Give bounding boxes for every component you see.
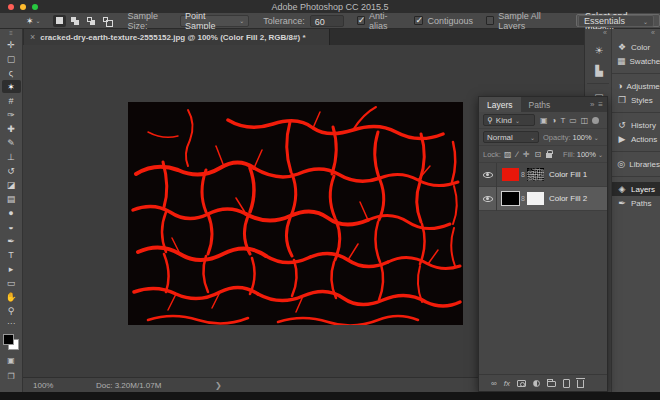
layer-name[interactable]: Color Fill 1: [549, 170, 587, 179]
dock-item-label: Adjustme...: [626, 82, 660, 91]
layer-mask-thumbnail[interactable]: [527, 168, 544, 181]
intersect-selection-icon: [103, 17, 108, 22]
brush-tool[interactable]: ✎: [2, 136, 21, 149]
layer-color-thumbnail[interactable]: [502, 168, 519, 181]
blend-mode-dropdown[interactable]: Normal ⌄: [483, 131, 539, 143]
anti-alias-checkbox[interactable]: Anti-alias: [357, 11, 402, 31]
opacity-value[interactable]: 100%⌄: [573, 133, 599, 142]
document-tab[interactable]: × cracked-dry-earth-texture-2555152.jpg …: [24, 29, 330, 45]
workspace-dropdown[interactable]: Essentials ⌄: [578, 15, 654, 27]
sample-all-layers-checkbox[interactable]: Sample All Layers: [486, 11, 562, 31]
dock-item-color[interactable]: ❖Color: [612, 40, 660, 54]
close-tab-icon[interactable]: ×: [30, 32, 35, 42]
dock-item-actions[interactable]: ▶Actions: [612, 132, 660, 146]
dock-item-label: Layers: [631, 185, 655, 194]
foreground-color-swatch[interactable]: [3, 334, 14, 345]
lock-pixels-icon[interactable]: ∕: [517, 150, 518, 159]
paths-icon: ✒: [617, 198, 627, 208]
filter-type-layers-icon[interactable]: T: [560, 116, 565, 125]
filter-shape-layers-icon[interactable]: ▭: [569, 116, 577, 125]
dock-item-adjustments[interactable]: ◑Adjustme...: [612, 79, 660, 93]
new-adjustment-layer-icon[interactable]: [533, 380, 540, 387]
visibility-cell[interactable]: [479, 187, 497, 211]
new-selection-button[interactable]: [53, 15, 66, 27]
link-layers-icon[interactable]: ∞: [491, 379, 497, 388]
filter-smart-object-icon[interactable]: ◫: [581, 116, 589, 125]
dock-item-libraries[interactable]: ◎Libraries: [612, 157, 660, 171]
visibility-cell[interactable]: [479, 163, 497, 187]
shape-tool[interactable]: ▭: [2, 276, 21, 289]
type-tool[interactable]: T: [2, 248, 21, 261]
dock-item-history[interactable]: ↺History: [612, 118, 660, 132]
tolerance-input[interactable]: 60: [310, 15, 344, 27]
dock-item-swatches[interactable]: ▦Swatches: [612, 54, 660, 68]
panel-menu-icon[interactable]: ≡: [598, 100, 603, 109]
zoom-level-field[interactable]: 100%: [33, 381, 53, 390]
histogram-icon[interactable]: ▙: [585, 60, 613, 80]
layer-name[interactable]: Color Fill 2: [549, 194, 587, 203]
path-selection-tool[interactable]: ▸: [2, 262, 21, 275]
lock-all-icon[interactable]: [546, 153, 552, 158]
status-menu-chevron-icon[interactable]: ❯: [215, 381, 222, 390]
filter-pixel-layers-icon[interactable]: ▣: [540, 116, 548, 125]
color-swatches: [3, 334, 19, 350]
layer-effects-icon[interactable]: fx: [504, 379, 510, 388]
gradient-tool[interactable]: ▤: [2, 192, 21, 205]
crop-tool[interactable]: #: [2, 94, 21, 107]
healing-brush-tool[interactable]: ✚: [2, 122, 21, 135]
checkbox-box: [486, 16, 494, 25]
dodge-tool[interactable]: ◒: [2, 220, 21, 233]
layer-mask-thumbnail[interactable]: [527, 192, 544, 205]
expand-strip-icon[interactable]: «: [585, 29, 611, 40]
lock-transparency-icon[interactable]: ▨: [504, 150, 512, 159]
eraser-tool[interactable]: ◪: [2, 178, 21, 191]
hand-tool[interactable]: ✋: [2, 290, 21, 303]
new-group-icon[interactable]: [547, 381, 556, 387]
move-tool[interactable]: ✛: [2, 38, 21, 51]
blur-tool[interactable]: ●: [2, 206, 21, 219]
delete-layer-icon[interactable]: [577, 380, 584, 388]
add-to-selection-button[interactable]: [69, 15, 82, 27]
dock-item-styles[interactable]: ❐Styles: [612, 93, 660, 107]
contiguous-checkbox[interactable]: Contiguous: [414, 16, 473, 26]
zoom-tool[interactable]: ⚲: [2, 304, 21, 317]
sample-size-dropdown[interactable]: Point Sample ⌄: [180, 15, 249, 27]
toolbar-grip[interactable]: ≡: [0, 29, 22, 38]
panel-collapse-icon[interactable]: »: [590, 100, 594, 109]
history-brush-tool[interactable]: ↺: [2, 164, 21, 177]
intersect-selection-button[interactable]: [101, 15, 114, 27]
filter-adjustment-layers-icon[interactable]: ◑: [552, 116, 557, 125]
tool-preset-dropdown[interactable]: ✶ ⌄: [26, 16, 41, 26]
marquee-tool[interactable]: ▢: [2, 52, 21, 65]
sun-icon[interactable]: ☀: [585, 40, 613, 60]
document-canvas[interactable]: [128, 102, 463, 325]
document-tab-bar: × cracked-dry-earth-texture-2555152.jpg …: [23, 29, 584, 45]
blend-mode-row: Normal ⌄ Opacity: 100%⌄: [479, 129, 607, 146]
quick-mask-button[interactable]: ▣: [2, 354, 21, 366]
clone-stamp-tool[interactable]: ⊥: [2, 150, 21, 163]
eyedropper-tool[interactable]: ✑: [2, 108, 21, 121]
collapse-dock-icon[interactable]: «: [612, 29, 660, 40]
magic-wand-tool[interactable]: ✶: [2, 80, 21, 93]
add-layer-mask-icon[interactable]: [517, 380, 526, 387]
dock-item-paths[interactable]: ✒Paths: [612, 196, 660, 210]
screen-mode-button[interactable]: ❐: [2, 370, 21, 382]
lasso-tool[interactable]: ς: [2, 66, 21, 79]
edit-toolbar-button[interactable]: ⋯: [0, 319, 22, 328]
filter-toggle-switch[interactable]: [592, 117, 599, 124]
dock-item-layers[interactable]: ◈Layers: [612, 182, 660, 196]
lock-artboard-icon[interactable]: ⊡: [535, 150, 542, 159]
subtract-from-selection-button[interactable]: [85, 15, 98, 27]
layer-row-color-fill-2[interactable]: 8 Color Fill 2: [479, 187, 607, 211]
fill-value[interactable]: 100%⌄: [577, 150, 603, 159]
new-layer-icon[interactable]: [563, 379, 570, 388]
layer-color-thumbnail[interactable]: [502, 192, 519, 205]
opacity-label: Opacity:: [543, 133, 571, 142]
lock-position-icon[interactable]: ✛: [523, 150, 530, 159]
pen-tool[interactable]: ✒: [2, 234, 21, 247]
swatches-icon: ▦: [617, 56, 626, 66]
tab-layers[interactable]: Layers: [479, 97, 521, 112]
filter-kind-dropdown[interactable]: ⚲ Kind ⌄: [483, 114, 535, 126]
layer-row-color-fill-1[interactable]: 8 Color Fill 1: [479, 163, 607, 187]
tab-paths[interactable]: Paths: [521, 97, 559, 112]
